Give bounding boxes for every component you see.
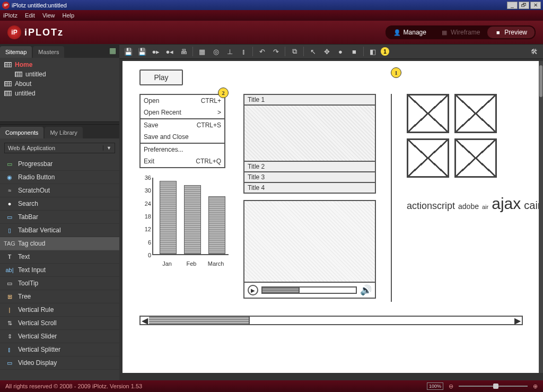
dist-icon[interactable]: ⫿: [238, 46, 249, 57]
circle-icon[interactable]: ●: [335, 46, 346, 57]
zoom-in-icon[interactable]: ⊕: [533, 383, 538, 390]
tab-my-library[interactable]: My Library: [45, 127, 82, 138]
wf-video-player[interactable]: ▶ 🔊: [243, 200, 376, 299]
export-icon[interactable]: ●▸: [150, 46, 162, 57]
zoom-slider[interactable]: [459, 386, 528, 387]
sitemap-page[interactable]: About: [2, 79, 119, 89]
component-item[interactable]: ⇕Vertical Slider: [0, 330, 119, 343]
zoom-out-icon[interactable]: ⊖: [449, 383, 453, 390]
undo-icon[interactable]: ↶: [256, 46, 268, 57]
save-icon[interactable]: 💾: [122, 46, 134, 57]
component-item[interactable]: ≈ScratchOut: [0, 184, 119, 197]
redo-icon[interactable]: ↷: [270, 46, 282, 57]
component-item[interactable]: ⊞Tree: [0, 290, 119, 303]
window-title-bar: iP iPlotz untitled:untitled _ 🗗 ✕: [0, 0, 543, 10]
wf-tag[interactable]: air: [482, 204, 488, 210]
wf-menu-item[interactable]: Preferences...: [141, 144, 224, 155]
canvas-paper[interactable]: 1 Play 2 OpenCTRL+Open Recent>SaveCTRL+S…: [122, 61, 539, 373]
print-icon[interactable]: 🖶: [178, 46, 189, 57]
align-icon[interactable]: ⊥: [224, 46, 235, 57]
wf-menu-item[interactable]: Open Recent>: [141, 107, 224, 118]
wf-image-placeholder[interactable]: [407, 94, 449, 133]
rect-icon[interactable]: ■: [348, 46, 360, 57]
maximize-button[interactable]: 🗗: [519, 2, 529, 9]
wf-image-placeholder[interactable]: [407, 138, 449, 178]
wf-accordion-title[interactable]: Title 2: [243, 162, 376, 172]
menu-iplotz[interactable]: iPlotz: [3, 12, 17, 19]
wf-video-track[interactable]: [261, 286, 357, 294]
tab-sitemap[interactable]: Sitemap: [0, 46, 32, 58]
zoom-thumb[interactable]: [493, 384, 498, 389]
component-item[interactable]: ▯TabBar Vertical: [0, 224, 119, 237]
wf-accordion-title[interactable]: Title 1: [243, 94, 376, 106]
wf-menu-item[interactable]: ExitCTRL+Q: [141, 155, 224, 167]
menu-view[interactable]: View: [42, 12, 55, 19]
component-item[interactable]: ▭Progressbar: [0, 158, 119, 171]
annot-icon[interactable]: ◧: [367, 46, 379, 57]
component-item[interactable]: ⫿Vertical Splitter: [0, 343, 119, 356]
wf-play-button[interactable]: Play: [139, 69, 183, 85]
wf-accordion[interactable]: Title 1Title 2Title 3Title 4: [243, 94, 376, 194]
sitemap-page[interactable]: untitled: [2, 69, 119, 79]
wf-menu-item[interactable]: OpenCTRL+: [141, 95, 224, 107]
wf-accordion-title[interactable]: Title 4: [243, 183, 376, 194]
component-item[interactable]: ▭ToolTip: [0, 277, 119, 290]
annotation-marker-2[interactable]: 2: [218, 88, 229, 98]
copy-icon[interactable]: ⧉: [288, 46, 300, 57]
snap-icon[interactable]: ◎: [210, 46, 222, 57]
wf-menu[interactable]: OpenCTRL+Open Recent>SaveCTRL+SSave and …: [139, 94, 225, 168]
preview-mode-button[interactable]: ■ Preview: [487, 27, 535, 38]
speaker-icon[interactable]: 🔊: [360, 284, 372, 296]
component-item[interactable]: ⇅Vertical Scroll: [0, 317, 119, 330]
wf-menu-item[interactable]: Save and Close: [141, 131, 224, 143]
component-label: ScratchOut: [18, 187, 50, 194]
wf-menu-item[interactable]: SaveCTRL+S: [141, 119, 224, 131]
play-icon[interactable]: ▶: [248, 285, 258, 295]
canvas-scrollbar[interactable]: [539, 61, 543, 373]
page-icon: [4, 62, 12, 67]
manage-mode-button[interactable]: 👤 Manage: [387, 27, 434, 38]
component-item[interactable]: TText: [0, 250, 119, 264]
wf-tag[interactable]: ajax: [492, 195, 521, 212]
scroll-track[interactable]: [149, 317, 513, 324]
menu-edit[interactable]: Edit: [25, 12, 35, 19]
wf-horizontal-scrollbar[interactable]: ◀ ▶: [139, 316, 523, 325]
scroll-left-icon[interactable]: ◀: [141, 316, 149, 326]
component-item[interactable]: ▭TabBar: [0, 211, 119, 224]
component-item[interactable]: ab|Text Input: [0, 264, 119, 277]
tab-components[interactable]: Components: [0, 127, 43, 138]
tab-masters[interactable]: Masters: [33, 46, 64, 58]
minimize-button[interactable]: _: [507, 2, 518, 9]
sitemap-page[interactable]: Home: [2, 60, 119, 69]
sitemap-page[interactable]: untitled: [2, 89, 119, 98]
settings-icon[interactable]: 🛠: [528, 46, 540, 57]
close-button[interactable]: ✕: [530, 2, 541, 9]
component-item[interactable]: TAGTag cloud: [0, 237, 119, 250]
scroll-right-icon[interactable]: ▶: [513, 316, 522, 326]
import-icon[interactable]: ●◂: [164, 46, 176, 57]
category-dropdown[interactable]: Web & Application ▼: [4, 143, 115, 153]
pointer-icon[interactable]: ↖: [307, 46, 319, 57]
wf-bar-chart[interactable]: 061218243036 JanFebMarch: [139, 178, 229, 271]
component-item[interactable]: ●Search: [0, 197, 119, 211]
wf-tag[interactable]: actionscript: [407, 201, 455, 211]
wf-tag[interactable]: adobe: [458, 202, 479, 211]
grid-icon[interactable]: ▦: [196, 46, 208, 57]
annotation-marker-1[interactable]: 1: [391, 67, 401, 78]
component-item[interactable]: ◉Radio Button: [0, 171, 119, 184]
component-icon: ▭: [5, 160, 14, 168]
zoom-value[interactable]: 100%: [427, 382, 443, 390]
menu-help[interactable]: Help: [63, 12, 75, 19]
save-all-icon[interactable]: 💾: [136, 46, 148, 57]
wf-tag[interactable]: cairngorm: [524, 199, 539, 211]
component-item[interactable]: |Vertical Rule: [0, 303, 119, 317]
wireframe-mode-button[interactable]: ▦ Wireframe: [434, 27, 487, 38]
wf-tag-cloud[interactable]: actionscriptadobeairajaxcairngormcoldfus…: [407, 188, 521, 217]
add-page-icon[interactable]: ▦: [109, 46, 116, 55]
hand-icon[interactable]: ✥: [321, 46, 332, 57]
wf-image-placeholder[interactable]: [454, 138, 497, 178]
component-item[interactable]: ▭Video Display: [0, 356, 119, 370]
wf-image-placeholder[interactable]: [454, 94, 497, 133]
scroll-thumb[interactable]: [149, 317, 250, 324]
wf-accordion-title[interactable]: Title 3: [243, 172, 376, 183]
